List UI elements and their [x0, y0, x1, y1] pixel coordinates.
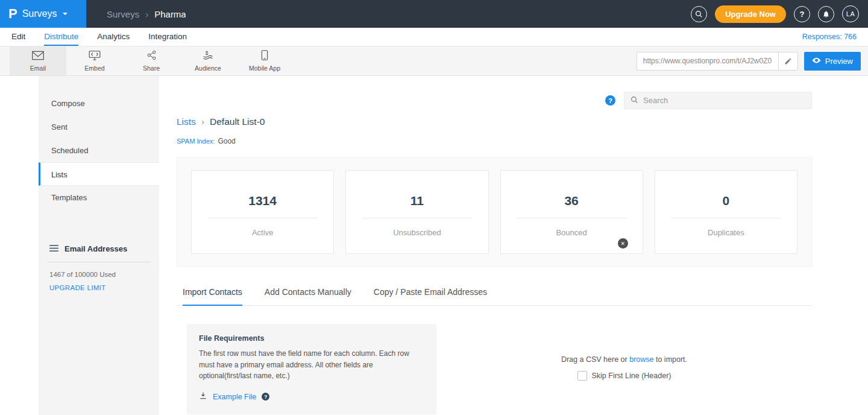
sidebar-item-scheduled[interactable]: Scheduled: [39, 139, 159, 162]
share-network-icon: [146, 50, 157, 63]
stat-value: 1314: [248, 194, 277, 208]
spam-index-value: Good: [218, 137, 235, 145]
csv-drop-zone[interactable]: Drag a CSV here or browse to import. Ski…: [436, 355, 812, 381]
example-file-help-icon[interactable]: ?: [262, 393, 269, 401]
product-switcher[interactable]: P Surveys: [0, 0, 86, 28]
topbar-breadcrumb: Surveys Pharma: [107, 9, 186, 19]
preview-label: Preview: [825, 57, 853, 66]
questionpro-logo-icon: P: [8, 6, 17, 22]
example-file-row: Example File ?: [199, 391, 424, 402]
email-sidebar: Compose Sent Scheduled Lists Templates E…: [39, 76, 159, 415]
skip-first-line-checkbox[interactable]: [577, 371, 587, 381]
stat-divider: [207, 218, 318, 218]
clear-bounced-icon[interactable]: ✕: [618, 238, 628, 249]
file-requirements-title: File Requirements: [199, 334, 424, 343]
help-icon[interactable]: ?: [794, 6, 810, 22]
toolbar-item-label: Embed: [84, 65, 104, 72]
breadcrumb-separator-icon: [201, 116, 204, 127]
stat-card-duplicates: 0 Duplicates: [655, 170, 797, 254]
sidebar-item-lists[interactable]: Lists: [39, 162, 159, 186]
stat-divider: [516, 218, 626, 218]
upgrade-limit-link[interactable]: UPGRADE LIMIT: [47, 284, 151, 291]
contacts-tabs: Import Contacts Add Contacts Manually Co…: [177, 287, 812, 306]
download-icon: [199, 391, 207, 402]
file-requirements-body: The first row must have the field name f…: [199, 348, 424, 382]
tab-distribute[interactable]: Distribute: [44, 28, 78, 46]
mobile-phone-icon: [261, 50, 268, 63]
stat-card-bounced: 36 Bounced ✕: [500, 170, 643, 254]
magnifier-icon: [631, 95, 638, 106]
stat-value: 0: [723, 194, 730, 208]
notifications-bell-icon[interactable]: [818, 6, 834, 22]
list-lines-icon: [49, 244, 58, 253]
svg-text:$: $: [206, 50, 209, 56]
spam-index-line: SPAM Index: Good: [177, 137, 812, 145]
body: Compose Sent Scheduled Lists Templates E…: [0, 76, 868, 415]
toolbar-item-share[interactable]: Share: [123, 46, 180, 75]
tab-edit[interactable]: Edit: [11, 28, 25, 46]
topbar: P Surveys Surveys Pharma Upgrade Now ? L…: [0, 0, 868, 28]
skip-first-line-label: Skip First Line (Header): [592, 372, 671, 380]
search-icon[interactable]: [691, 6, 707, 22]
toolbar-item-email[interactable]: Email: [10, 46, 66, 75]
browse-link[interactable]: browse: [629, 355, 653, 364]
tab-analytics[interactable]: Analytics: [97, 28, 130, 46]
toolbar-item-label: Share: [143, 65, 160, 72]
import-contacts-panel: File Requirements The first row must hav…: [177, 324, 812, 414]
distribute-toolbar: Email Embed Share $ Audience Mobile App: [0, 46, 868, 76]
tab-copy-paste-email-addresses[interactable]: Copy / Paste Email Addresses: [374, 287, 487, 306]
breadcrumb-separator-icon: [145, 9, 148, 19]
search-input[interactable]: [643, 96, 805, 105]
sidebar-item-compose[interactable]: Compose: [39, 92, 159, 115]
usage-text: 1467 of 100000 Used: [47, 271, 151, 278]
embed-code-icon: [89, 51, 101, 63]
stat-value: 11: [410, 194, 424, 208]
drag-csv-text: Drag a CSV here or browse to import.: [561, 355, 687, 364]
lists-link[interactable]: Lists: [177, 116, 196, 127]
file-requirements-box: File Requirements The first row must hav…: [187, 324, 436, 414]
example-file-link[interactable]: Example File: [213, 393, 256, 401]
stat-divider: [671, 218, 781, 218]
tab-import-contacts[interactable]: Import Contacts: [183, 287, 242, 306]
stat-label: Duplicates: [708, 228, 744, 237]
chevron-down-icon: [63, 13, 68, 15]
survey-url-input[interactable]: [637, 57, 778, 65]
tab-add-contacts-manually[interactable]: Add Contacts Manually: [265, 287, 351, 306]
email-addresses-section: Email Addresses 1467 of 100000 Used UPGR…: [39, 244, 159, 291]
lists-main: ? Lists Default List-0 SPAM Index: Good: [159, 76, 868, 415]
help-circle-icon[interactable]: ?: [605, 95, 615, 106]
survey-url-box: [637, 52, 798, 71]
list-stats: 1314 Active 11 Unsubscribed 36 Bounced ✕…: [177, 157, 812, 267]
stat-divider: [362, 218, 472, 218]
sidebar-item-templates[interactable]: Templates: [39, 186, 159, 209]
sidebar-item-sent[interactable]: Sent: [39, 115, 159, 139]
main-utility-row: ?: [177, 92, 812, 109]
breadcrumb-current-survey: Pharma: [154, 9, 186, 19]
edit-url-pencil-icon[interactable]: [778, 52, 797, 70]
current-list-name: Default List-0: [210, 116, 265, 127]
toolbar-item-embed[interactable]: Embed: [66, 46, 123, 75]
email-envelope-icon: [32, 51, 44, 63]
drag-text-suffix: to import.: [656, 355, 687, 364]
skip-first-line-row: Skip First Line (Header): [577, 371, 671, 381]
upgrade-now-button[interactable]: Upgrade Now: [715, 5, 786, 23]
toolbar-item-audience[interactable]: $ Audience: [180, 46, 236, 75]
toolbar-item-label: Email: [30, 65, 46, 72]
toolbar-item-mobile-app[interactable]: Mobile App: [236, 46, 293, 75]
product-name: Surveys: [22, 8, 57, 19]
drag-text-prefix: Drag a CSV here or: [561, 355, 627, 364]
left-gutter: [0, 76, 39, 415]
sidebar-divider: [47, 262, 151, 262]
email-addresses-label: Email Addresses: [64, 244, 127, 253]
breadcrumb-surveys-link[interactable]: Surveys: [107, 9, 139, 19]
tab-integration[interactable]: Integration: [148, 28, 187, 46]
stat-label: Unsubscribed: [393, 228, 441, 237]
stat-label: Bounced: [556, 228, 587, 237]
preview-button[interactable]: Preview: [804, 52, 861, 71]
toolbar-item-label: Audience: [195, 65, 221, 72]
questionpro-app: P Surveys Surveys Pharma Upgrade Now ? L…: [0, 0, 868, 415]
toolbar-item-label: Mobile App: [249, 65, 280, 72]
avatar[interactable]: LA: [842, 5, 859, 22]
stat-label: Active: [252, 228, 273, 237]
responses-count[interactable]: Responses: 766: [802, 33, 857, 41]
